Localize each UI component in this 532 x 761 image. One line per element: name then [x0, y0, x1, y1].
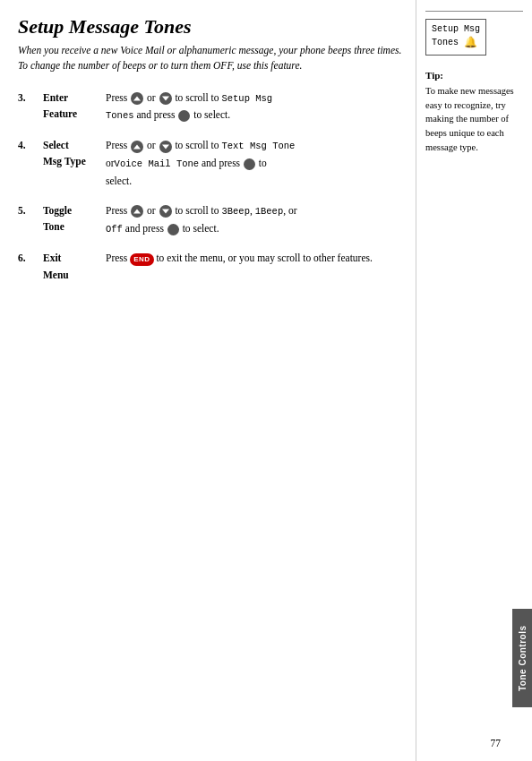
step-desc-col: Press or to scroll to Text Msg ToneorVoi…: [106, 136, 407, 189]
step-number: 5.: [18, 205, 26, 216]
table-row: 6. ExitMenu Press END to exit the menu, …: [18, 249, 407, 281]
page-number: 77: [491, 738, 502, 748]
step-label: ExitMenu: [43, 252, 69, 279]
table-row: 4. SelectMsg Type Press or to scroll to …: [18, 136, 407, 189]
step-label: ToggleTone: [43, 205, 72, 232]
lcd-display: Setup Msg Tones 🔔: [425, 19, 486, 56]
mono-text: Setup Msg: [221, 93, 272, 104]
lcd-text-line2: Tones: [432, 37, 459, 49]
step-desc: Press or to scroll to Setup MsgTones and…: [106, 92, 272, 121]
step-label: SelectMsg Type: [43, 140, 86, 167]
tip-section: Tip: To make new messages easy to recogn…: [425, 70, 523, 155]
right-sidebar: Setup Msg Tones 🔔 Tip: To make new messa…: [416, 0, 532, 761]
lcd-line-1: Setup Msg: [432, 23, 480, 36]
main-content: Setup Message Tones When you receive a n…: [0, 0, 416, 761]
table-row: 3. EnterFeature Press or to scroll to Se…: [18, 89, 407, 124]
mono-text: Text Msg Tone: [221, 141, 295, 151]
steps-container: 3. EnterFeature Press or to scroll to Se…: [18, 89, 407, 282]
step-label: EnterFeature: [43, 92, 77, 119]
step-desc-col: Press or to scroll to Setup MsgTones and…: [106, 89, 407, 124]
page-title: Setup Message Tones: [18, 16, 407, 38]
down-button-icon: [159, 205, 172, 218]
step-number: 3.: [18, 92, 26, 103]
step-number: 4.: [18, 140, 26, 150]
up-button-icon: [131, 205, 143, 218]
end-button-icon: END: [130, 253, 153, 266]
up-button-icon: [131, 141, 143, 153]
step-desc-col: Press or to scroll to 3Beep, 1Beep, orOf…: [106, 201, 407, 237]
page-container: Setup Message Tones When you receive a n…: [0, 0, 532, 761]
table-row: 5. ToggleTone Press or to scroll to 3Bee…: [18, 201, 407, 237]
step-desc-col: Press END to exit the menu, or you may s…: [106, 249, 407, 281]
select-button-icon: [167, 224, 179, 235]
up-button-icon: [131, 92, 143, 105]
step-label-col: EnterFeature: [43, 89, 106, 124]
step-desc: Press END to exit the menu, or you may s…: [106, 252, 373, 263]
lcd-text-line1: Setup Msg: [432, 23, 480, 36]
tip-label: Tip:: [425, 70, 523, 81]
mono-text: 1Beep: [255, 206, 284, 217]
intro-text: When you receive a new Voice Mail or alp…: [18, 43, 407, 74]
step-desc: Press or to scroll to 3Beep, 1Beep, orOf…: [106, 205, 297, 234]
mono-text: Off: [106, 224, 123, 235]
down-button-icon: [159, 92, 172, 105]
down-button-icon: [159, 141, 172, 153]
step-number-col: 4.: [18, 136, 43, 189]
tip-text: To make new messages easy to recognize, …: [425, 84, 523, 155]
sidebar-divider: [425, 11, 523, 12]
step-number-col: 6.: [18, 249, 43, 281]
select-button-icon: [178, 110, 190, 122]
lcd-line-2: Tones 🔔: [432, 36, 480, 51]
step-number-col: 5.: [18, 201, 43, 237]
step-label-col: SelectMsg Type: [43, 136, 106, 189]
mono-text: Voice Mail Tone: [115, 158, 200, 169]
mono-text: 3Beep: [221, 206, 250, 217]
bell-icon: 🔔: [464, 36, 477, 51]
step-desc: Press or to scroll to Text Msg ToneorVoi…: [106, 140, 295, 186]
step-number: 6.: [18, 252, 26, 263]
step-number-col: 3.: [18, 89, 43, 124]
step-label-col: ToggleTone: [43, 201, 106, 237]
vertical-tab: Tone Controls: [512, 609, 532, 707]
select-button-icon: [244, 158, 255, 170]
step-label-col: ExitMenu: [43, 249, 106, 281]
mono-text: Tones: [106, 110, 134, 121]
